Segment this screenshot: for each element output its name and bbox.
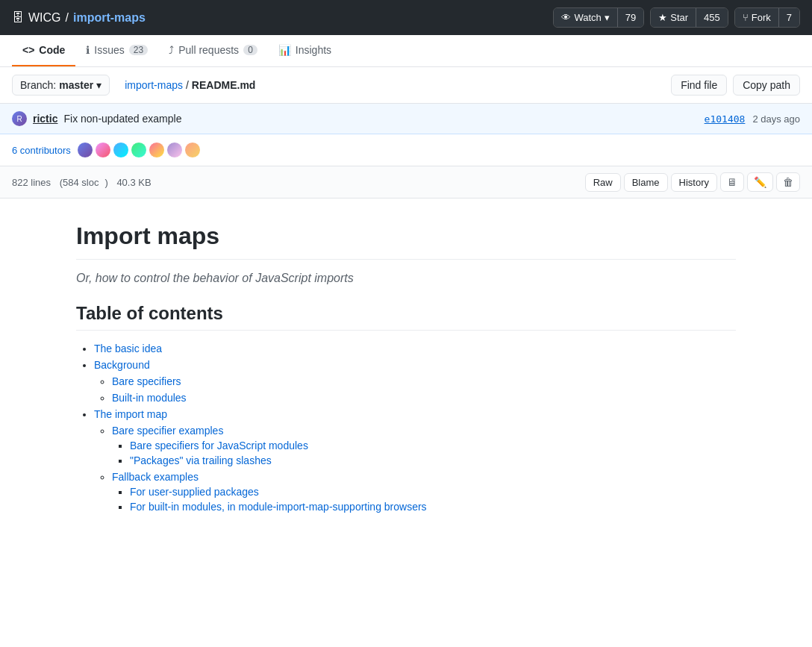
toc-subitem-bare-specifier-examples: Bare specifier examples Bare specifiers … [112, 425, 736, 466]
toc-subitem-bare-specifiers: Bare specifiers [112, 375, 736, 387]
toc-subsublist-fallback-examples: For user-supplied packages For built-in … [112, 486, 736, 513]
file-tools: Raw Blame History 🖥 ✏️ 🗑 [585, 172, 800, 192]
commit-time: 2 days ago [752, 113, 800, 125]
watch-button[interactable]: 👁 Watch ▾ [554, 8, 616, 27]
fork-icon: ⑂ [743, 12, 749, 23]
tab-code-label: Code [39, 44, 65, 56]
contributor-avatar-4 [131, 142, 147, 158]
separator: / [66, 11, 69, 25]
database-icon: 🗄 [12, 11, 24, 25]
toc-link-user-supplied[interactable]: For user-supplied packages [130, 486, 259, 498]
file-size: 40.3 KB [116, 177, 151, 188]
toc-heading: Table of contents [76, 303, 736, 331]
breadcrumb-repo-link[interactable]: import-maps [125, 79, 183, 91]
contributor-avatar-7 [184, 142, 201, 158]
branch-label: Branch: [20, 79, 56, 91]
toc-item-2: The import map Bare specifier examples B… [94, 408, 736, 513]
contributor-avatar-2 [95, 142, 111, 158]
toc-link-builtin-modules[interactable]: Built-in modules [112, 392, 187, 404]
tab-pullrequests[interactable]: ⤴ Pull requests 0 [158, 35, 268, 66]
top-actions: 👁 Watch ▾ 79 ★ Star 455 ⑂ Fork 7 [553, 7, 800, 28]
avatar: R [12, 111, 27, 126]
tab-issues[interactable]: ℹ Issues 23 [75, 35, 158, 66]
fork-label: Fork [752, 12, 771, 23]
contributors-bar: 6 contributors [0, 134, 812, 166]
toc-link-builtin-supporting[interactable]: For built-in modules, in module-import-m… [130, 501, 427, 513]
desktop-view-button[interactable]: 🖥 [720, 172, 744, 192]
toc-subitem-builtin-modules: Built-in modules [112, 392, 736, 404]
org-link[interactable]: WICG [28, 11, 61, 25]
star-icon: ★ [658, 12, 667, 23]
repo-title: 🗄 WICG / import-maps [12, 11, 146, 25]
toc-subsublist-bare-specifier-examples: Bare specifiers for JavaScript modules "… [112, 440, 736, 466]
issues-badge: 23 [129, 45, 148, 55]
copy-path-button[interactable]: Copy path [733, 75, 800, 96]
readme-content: Import maps Or, how to control the behav… [40, 199, 772, 541]
fork-count[interactable]: 7 [778, 8, 799, 27]
chevron-down-icon: ▾ [605, 12, 610, 23]
toc-link-bare-specifier-examples[interactable]: Bare specifier examples [112, 425, 223, 437]
find-file-button[interactable]: Find file [671, 75, 727, 96]
insights-icon: 📊 [278, 44, 291, 56]
edit-button[interactable]: ✏️ [747, 172, 773, 192]
toc-item-0: The basic idea [94, 343, 736, 354]
commit-message: Fix non-updated example [63, 113, 181, 125]
top-nav: 🗄 WICG / import-maps 👁 Watch ▾ 79 ★ Star… [0, 0, 812, 35]
toc-link-js-modules[interactable]: Bare specifiers for JavaScript modules [130, 440, 308, 451]
tab-pr-label: Pull requests [178, 44, 239, 56]
toc-list: The basic idea Background Bare specifier… [76, 343, 736, 513]
toc-subsubitem-trailing-slashes: "Packages" via trailing slashes [130, 454, 736, 466]
file-lines: 822 lines [12, 177, 51, 188]
commit-info: R rictic Fix non-updated example [12, 111, 181, 126]
breadcrumb-separator: / [186, 79, 189, 91]
fork-button[interactable]: ⑂ Fork [735, 8, 778, 27]
history-button[interactable]: History [671, 173, 717, 192]
tab-insights[interactable]: 📊 Insights [268, 35, 342, 66]
repo-link[interactable]: import-maps [73, 11, 146, 25]
file-stats: 822 lines (584 sloc) 40.3 KB [12, 177, 157, 188]
file-sloc: 584 sloc [63, 177, 99, 188]
readme-title: Import maps [76, 222, 736, 260]
toc-link-background[interactable]: Background [94, 359, 150, 371]
issues-icon: ℹ [86, 44, 90, 56]
contributor-avatar-3 [113, 142, 129, 158]
raw-button[interactable]: Raw [585, 173, 621, 192]
toc-sublist-import-map: Bare specifier examples Bare specifiers … [94, 425, 736, 513]
delete-button[interactable]: 🗑 [776, 172, 800, 192]
branch-name: master [59, 79, 93, 91]
toc-link-basic-idea[interactable]: The basic idea [94, 343, 162, 354]
branch-selector[interactable]: Branch: master ▾ [12, 75, 110, 96]
tab-insights-label: Insights [296, 44, 331, 56]
toc-subsubitem-builtin-supporting: For built-in modules, in module-import-m… [130, 501, 736, 513]
commit-bar: R rictic Fix non-updated example e101408… [0, 104, 812, 134]
tab-nav: <> Code ℹ Issues 23 ⤴ Pull requests 0 📊 … [0, 35, 812, 67]
readme-subtitle: Or, how to control the behavior of JavaS… [76, 272, 736, 285]
file-path-bar: Branch: master ▾ import-maps / README.md… [0, 67, 812, 104]
toc-link-bare-specifiers[interactable]: Bare specifiers [112, 375, 181, 387]
chevron-down-icon: ▾ [96, 79, 102, 91]
star-button[interactable]: ★ Star [651, 8, 696, 27]
toc-link-trailing-slashes[interactable]: "Packages" via trailing slashes [130, 454, 272, 466]
star-count[interactable]: 455 [696, 8, 728, 27]
star-group: ★ Star 455 [650, 7, 728, 28]
toc-link-fallback-examples[interactable]: Fallback examples [112, 471, 199, 483]
blame-button[interactable]: Blame [624, 173, 668, 192]
breadcrumb-current-file: README.md [192, 79, 256, 91]
tab-code[interactable]: <> Code [12, 35, 75, 66]
commit-meta: e101408 2 days ago [705, 113, 800, 125]
eye-icon: 👁 [561, 12, 571, 23]
commit-sha-link[interactable]: e101408 [705, 113, 746, 125]
star-label: Star [670, 12, 688, 23]
toc-subsubitem-user-supplied: For user-supplied packages [130, 486, 736, 498]
commit-author-link[interactable]: rictic [33, 113, 57, 125]
watch-label: Watch [574, 12, 601, 23]
watch-group: 👁 Watch ▾ 79 [553, 7, 644, 28]
breadcrumb: import-maps / README.md [125, 79, 255, 91]
watch-count[interactable]: 79 [617, 8, 643, 27]
contributor-avatar-6 [166, 142, 183, 158]
contributors-link[interactable]: 6 contributors [12, 145, 71, 156]
contributor-avatar-5 [149, 142, 165, 158]
pr-badge: 0 [243, 45, 257, 55]
pr-icon: ⤴ [169, 44, 174, 56]
toc-link-import-map[interactable]: The import map [94, 408, 167, 420]
